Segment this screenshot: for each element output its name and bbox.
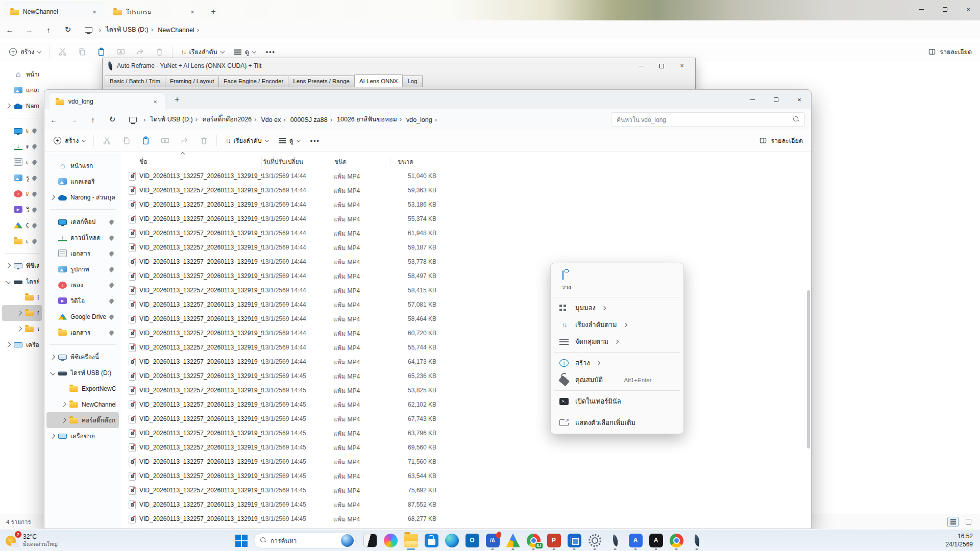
expander-icon[interactable]: [50, 370, 55, 375]
minimize-button[interactable]: [910, 0, 933, 18]
sidebar-item[interactable]: NewChannel: [46, 396, 119, 412]
file-row[interactable]: VID_20260113_132257_20260113_132919_9...…: [121, 226, 811, 240]
cut-icon[interactable]: [97, 133, 116, 149]
context-menu-item[interactable]: สร้าง: [553, 355, 681, 371]
sidebar-item[interactable]: เพลง: [2, 186, 42, 202]
sidebar-item[interactable]: ไดรฟ์ USB (D:): [2, 273, 42, 289]
sidebar-item[interactable]: ExportNewChanel: [46, 381, 119, 396]
file-row[interactable]: VID_20260113_132257_20260113_132919_9...…: [121, 183, 811, 197]
sidebar-item[interactable]: เอกสาร: [46, 324, 119, 340]
tab-close-icon[interactable]: ×: [90, 8, 99, 16]
close-button[interactable]: ×: [957, 0, 980, 18]
sidebar-item[interactable]: Google Drive (G:: [2, 217, 42, 233]
share-icon[interactable]: [175, 133, 194, 149]
taskbar-app-icon[interactable]: [503, 530, 523, 550]
new-tab-button[interactable]: +: [207, 6, 219, 18]
sort-button[interactable]: ↑↓ เรียงลำดับ: [220, 133, 273, 149]
sidebar-item[interactable]: เอกสาร: [2, 154, 42, 170]
ar-tab[interactable]: Log: [402, 76, 422, 87]
taskbar-app-icon[interactable]: [564, 530, 584, 550]
file-row[interactable]: VID_20260113_132257_20260113_132919_9...…: [121, 455, 811, 469]
file-row[interactable]: VID_20260113_132257_20260113_132919_9...…: [121, 340, 811, 355]
ar-tab[interactable]: Face Engine / Encoder: [218, 76, 288, 87]
sidebar-item[interactable]: หน้าแรก: [2, 66, 42, 82]
refresh-icon[interactable]: ↻: [58, 25, 78, 34]
sidebar-item[interactable]: รูปภาพ: [46, 261, 119, 277]
minimize-button[interactable]: [741, 90, 764, 109]
context-menu-item[interactable]: เรียงลำดับตาม: [553, 316, 681, 333]
rename-icon[interactable]: [155, 133, 175, 149]
close-button[interactable]: ×: [672, 59, 692, 73]
expander-icon[interactable]: [50, 355, 55, 360]
file-row[interactable]: VID_20260113_132257_20260113_132919_9...…: [121, 397, 811, 412]
expander-icon[interactable]: [6, 342, 11, 347]
tab-program[interactable]: โปรแกรม ×: [107, 3, 202, 20]
sidebar-item[interactable]: เพลง: [46, 277, 119, 293]
sidebar-item[interactable]: Google Drive (G:: [46, 309, 119, 324]
taskbar-app-icon[interactable]: O: [462, 530, 482, 550]
sidebar-item[interactable]: Narong - ส่วนบุคคล: [2, 98, 42, 114]
sidebar-item[interactable]: พีซีเครื่องนี้: [46, 349, 119, 365]
icons-view-toggle[interactable]: [963, 517, 974, 527]
file-row[interactable]: VID_20260113_132257_20260113_132919_9...…: [121, 426, 811, 440]
paste-menu-button[interactable]: วาง: [553, 266, 681, 295]
file-row[interactable]: VID_20260113_132257_20260113_132919_9...…: [121, 326, 811, 340]
file-row[interactable]: VID_20260113_132257_20260113_132919_9...…: [121, 169, 811, 183]
details-view-toggle[interactable]: [947, 517, 959, 527]
maximize-button[interactable]: [764, 90, 788, 109]
maximize-button[interactable]: [933, 0, 957, 18]
search-input[interactable]: ค้นหาใน vdo_long: [611, 112, 805, 127]
view-button[interactable]: ดู: [274, 133, 305, 149]
start-button[interactable]: [232, 532, 250, 549]
taskbar-app-icon[interactable]: [421, 530, 442, 550]
tab-close-icon[interactable]: ×: [188, 8, 197, 16]
file-row[interactable]: VID_20260113_132257_20260113_132919_9...…: [121, 312, 811, 326]
file-row[interactable]: VID_20260113_132257_20260113_132919_9...…: [121, 383, 811, 397]
up-icon[interactable]: ↑: [83, 115, 103, 124]
column-size[interactable]: ขนาด: [390, 157, 444, 166]
minimize-button[interactable]: [631, 59, 651, 73]
expander-icon[interactable]: [6, 104, 11, 109]
sidebar-item[interactable]: เอกสาร: [46, 245, 119, 261]
ar-tab[interactable]: AI Lens ONNX: [354, 74, 403, 87]
cut-icon[interactable]: [53, 44, 72, 60]
sidebar-item[interactable]: วิดีโอ: [46, 293, 119, 309]
file-row[interactable]: VID_20260113_132257_20260113_132919_9...…: [121, 283, 811, 297]
expander-icon[interactable]: [61, 402, 66, 407]
delete-icon[interactable]: [194, 133, 213, 149]
sidebar-item[interactable]: แกลเลอรี: [46, 173, 119, 189]
expander-icon[interactable]: [50, 195, 55, 200]
up-icon[interactable]: ↑: [39, 26, 58, 34]
taskbar-app-icon[interactable]: [380, 530, 401, 550]
refresh-icon[interactable]: ↻: [103, 115, 122, 124]
breadcrumb[interactable]: › ไดรฟ์ USB (D:)›NewChannel›: [85, 24, 202, 35]
copy-icon[interactable]: [72, 44, 91, 60]
context-menu-item[interactable]: จัดกลุ่มตาม: [553, 333, 681, 350]
sidebar-item[interactable]: รูปภาพ: [2, 170, 42, 186]
ar-title-bar[interactable]: Auto Reframe - YuNet + AI Lens (ONNX CUD…: [103, 58, 695, 73]
more-button[interactable]: •••: [305, 133, 325, 149]
forward-icon[interactable]: →: [19, 26, 39, 34]
tab-close-icon[interactable]: ×: [151, 98, 160, 106]
taskbar-app-icon[interactable]: [605, 530, 625, 550]
new-tab-button[interactable]: +: [171, 94, 183, 106]
sidebar-item[interactable]: พีซีเครื่องนี้: [2, 258, 42, 273]
file-row[interactable]: VID_20260113_132257_20260113_132919_9...…: [121, 412, 811, 426]
details-pane-button[interactable]: รายละเอียด: [928, 47, 980, 57]
back-icon[interactable]: ←: [44, 115, 64, 124]
taskbar-clock[interactable]: 16:52 24/1/2569: [946, 532, 973, 548]
context-menu-item[interactable]: มุมมอง: [553, 299, 681, 316]
file-row[interactable]: VID_20260113_132257_20260113_132919_9...…: [121, 269, 811, 283]
taskbar-app-icon[interactable]: [442, 530, 462, 550]
taskbar-app-icon[interactable]: [687, 530, 707, 550]
expander-icon[interactable]: [17, 311, 22, 316]
file-row[interactable]: VID_20260113_132257_20260113_132919_9...…: [121, 440, 811, 455]
context-menu-item[interactable]: แสดงตัวเลือกเพิ่มเติม: [553, 414, 681, 431]
maximize-button[interactable]: [651, 59, 672, 73]
sidebar-item[interactable]: Narong - ส่วนบุคคล: [46, 189, 119, 205]
sidebar-item[interactable]: ดาวน์โหลด: [46, 230, 119, 245]
file-row[interactable]: VID_20260113_132257_20260113_132919_9...…: [121, 369, 811, 383]
sidebar-item[interactable]: ExportNewChanel: [2, 289, 42, 305]
paste-icon[interactable]: [136, 133, 155, 149]
taskbar-app-icon[interactable]: A: [646, 530, 666, 550]
